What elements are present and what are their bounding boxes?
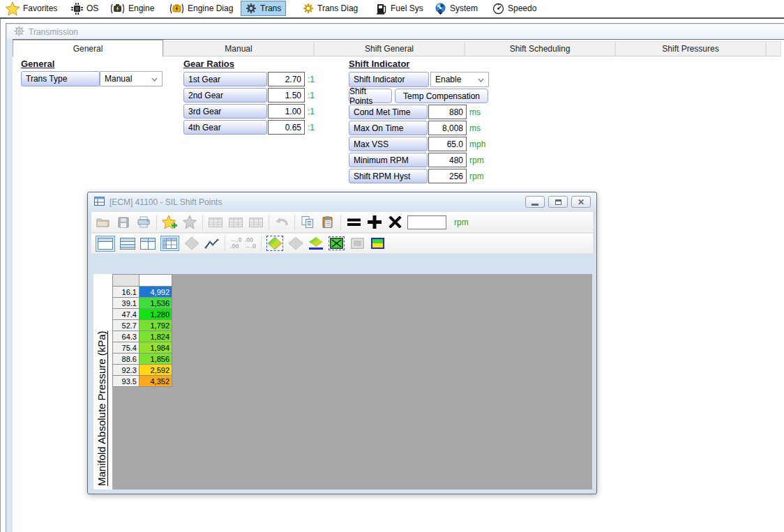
view-single-pane-button[interactable] [96,236,115,252]
gear-2-label[interactable]: 2nd Gear [183,88,267,102]
cond-met-time-value[interactable]: 880 [428,105,467,119]
close-button[interactable]: ✕ [571,196,591,208]
save-button[interactable] [116,214,131,231]
nav-item-fuel-sys[interactable]: Fuel Sys [372,1,428,16]
nav-item-system[interactable]: System [430,1,482,16]
tab-manual[interactable]: Manual [163,41,314,56]
decrease-decimals-button[interactable]: ←.0.00.00→.0 [230,235,256,252]
shift-points-button[interactable]: Shift Points [349,89,392,103]
highlight-cell-button[interactable] [329,236,345,250]
max-vss-value[interactable]: 65.0 [428,137,467,151]
view-split-vertical-button[interactable] [140,235,156,252]
add-favorite-button[interactable] [162,214,177,231]
restore-button[interactable] [548,196,568,208]
max-vss-label[interactable]: Max VSS [349,137,428,151]
max-on-time-label[interactable]: Max On Time [349,121,428,135]
map-cell[interactable]: 16.1 [113,287,140,298]
minimum-rpm-label[interactable]: Minimum RPM [349,153,428,167]
math-value-input[interactable] [407,215,446,229]
max-on-time-unit: ms [469,123,481,133]
shift-indicator-label[interactable]: Shift Indicator [349,72,429,87]
value-cell[interactable]: 1,856 [140,354,172,365]
favorites-star-icon [6,2,20,15]
view-split-horizontal-button[interactable] [120,235,135,252]
gradient-box-button[interactable] [370,235,385,252]
y-axis-label: Manifold Absolute Pressure (kPa) [96,277,107,486]
set-equal-button[interactable] [346,214,362,231]
map-cell[interactable]: 52.7 [113,320,140,331]
shift-points-toolbar-main: rpm [91,211,594,233]
gear-4-value[interactable]: 0.65 [268,120,305,135]
table-action-2-button[interactable] [228,214,243,231]
value-cell[interactable]: 4,992 [140,287,172,298]
shift-rpm-hyst-label[interactable]: Shift RPM Hyst [349,169,428,183]
dropdown-value: Enable [435,75,461,84]
table-action-3-button[interactable] [248,214,264,231]
value-cell[interactable]: 2,592 [140,365,172,376]
gear-4-label[interactable]: 4th Gear [183,120,267,135]
color-map-alt-button[interactable] [288,235,303,252]
nav-item-os[interactable]: OS [67,1,103,16]
map-cell[interactable]: 93.5 [113,376,140,387]
shift-rpm-hyst-value[interactable]: 256 [428,169,467,183]
temp-compensation-button[interactable]: Temp Compensation [395,89,488,103]
copy-button[interactable] [300,214,315,231]
gear-1-value[interactable]: 2.70 [268,72,305,86]
nav-item-speedo[interactable]: Speedo [488,1,541,16]
map-cell[interactable]: 75.4 [113,342,140,354]
tab-shift-pressures[interactable]: Shift Pressures [615,41,766,56]
view-surface-button[interactable] [184,235,199,252]
value-cell[interactable]: 4,352 [140,376,172,387]
shift-points-titlebar[interactable]: [ECM] 41100 - SIL Shift Points [88,192,596,211]
value-cell[interactable]: 1,536 [140,298,172,309]
shift-indicator-dropdown[interactable]: Enable [430,72,489,87]
tab-label: General [73,44,103,54]
view-table-button[interactable] [160,236,179,251]
map-cell[interactable]: 64.3 [113,331,140,342]
transmission-titlebar[interactable]: Transmission [7,24,784,39]
value-cell[interactable]: 1,824 [140,331,172,342]
nav-item-engine-diag[interactable]: Engine Diag [165,1,237,16]
gear-2-value[interactable]: 1.50 [268,88,305,102]
nav-item-trans-diag[interactable]: Trans Diag [299,1,362,16]
view-chart-button[interactable] [204,235,220,252]
value-cell[interactable]: 1,792 [140,320,172,331]
separator [340,215,341,230]
remove-favorite-button[interactable] [182,214,197,231]
minimum-rpm-value[interactable]: 480 [428,153,467,167]
cond-met-time-label[interactable]: Cond Met Time [349,105,428,119]
map-cell[interactable]: 88.6 [113,354,140,365]
table-action-1-button[interactable] [208,214,223,231]
map-cell[interactable]: 39.1 [113,298,140,309]
nav-item-engine[interactable]: Engine [106,1,158,16]
trans-type-label[interactable]: Trans Type [21,71,100,86]
table-row: 92.3 2,592 [113,365,172,376]
plain-box-button[interactable] [349,235,365,252]
map-cell[interactable]: 92.3 [113,365,140,376]
nav-item-favorites[interactable]: Favorites [1,1,61,16]
dropdown-value: Manual [105,74,132,84]
nav-item-trans[interactable]: Trans [241,1,286,16]
undo-button[interactable] [274,214,289,231]
gear-3-label[interactable]: 3rd Gear [183,104,267,119]
multiply-value-button[interactable] [387,214,402,231]
value-cell[interactable]: 1,280 [140,309,172,320]
map-cell[interactable]: 47.4 [113,309,140,320]
value-cell[interactable]: 1,984 [140,342,172,354]
gear-3-value[interactable]: 1.00 [268,104,305,119]
max-on-time-value[interactable]: 8,008 [428,121,467,135]
trans-type-dropdown[interactable]: Manual [100,71,163,86]
tab-partial[interactable] [766,41,781,56]
paste-button[interactable] [320,214,336,231]
tab-shift-scheduling[interactable]: Shift Scheduling [465,41,615,56]
tab-general[interactable]: General [13,40,163,56]
print-button[interactable] [136,214,151,231]
open-file-button[interactable] [96,214,111,231]
color-map-button[interactable] [266,236,283,251]
equals-icon [346,216,362,228]
gear-1-label[interactable]: 1st Gear [183,72,267,86]
minimize-button[interactable] [525,196,545,208]
tab-shift-general[interactable]: Shift General [314,41,465,56]
add-value-button[interactable] [367,214,382,231]
color-scale-button[interactable] [308,235,324,252]
